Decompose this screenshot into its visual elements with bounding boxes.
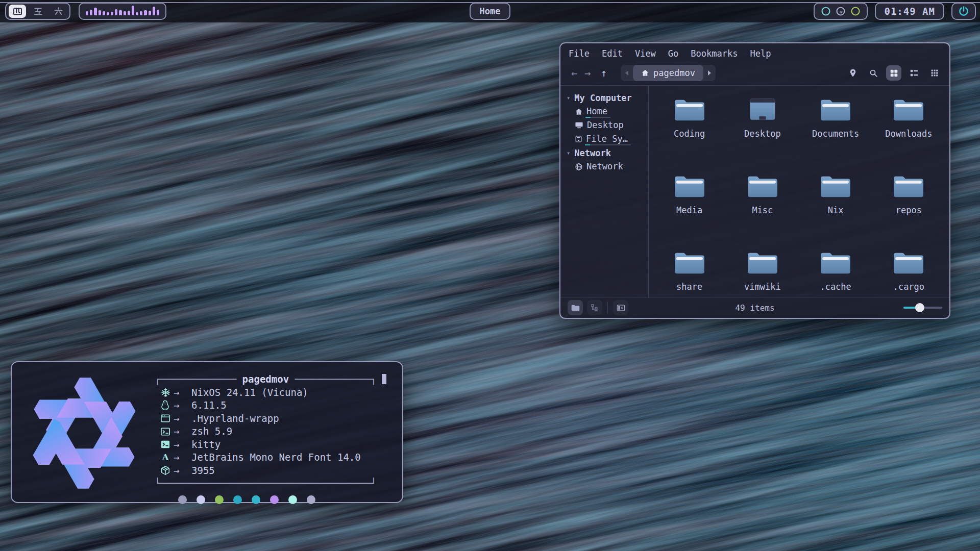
fetch-value: zsh 5.9: [191, 425, 232, 438]
zoom-slider-handle[interactable]: [915, 303, 924, 312]
sidebar-item-filesy[interactable]: File Sy…: [575, 132, 648, 146]
power-button[interactable]: [951, 3, 976, 20]
visualizer-bar: [99, 10, 101, 15]
file-name: repos: [896, 205, 922, 215]
file-item-desktop[interactable]: Desktop: [727, 94, 798, 170]
sidebar-item-home[interactable]: Home: [575, 105, 648, 118]
palette-dot: [252, 495, 260, 504]
palette-dot: [288, 495, 297, 504]
file-item-misc[interactable]: Misc: [727, 170, 798, 247]
visualizer-bar: [94, 8, 96, 15]
zoom-slider[interactable]: [903, 307, 942, 309]
file-item-nix[interactable]: Nix: [800, 170, 871, 247]
sidebar-section-network[interactable]: ▾Network: [567, 146, 648, 160]
icon-view-button[interactable]: [886, 65, 901, 81]
menu-file[interactable]: File: [569, 48, 590, 59]
terminal-icon: [155, 427, 174, 436]
terminal-window[interactable]: ┌───────────── pagedmov ─────────────┐ →…: [11, 361, 403, 503]
menu-bar: FileEditViewGoBookmarksHelp: [560, 43, 949, 61]
fetch-value: JetBrains Mono Nerd Font 14.0: [191, 451, 361, 464]
file-name: vimwiki: [744, 282, 781, 292]
palette-dot: [270, 495, 279, 504]
top-bar: Home 01:49 AM: [0, 0, 980, 22]
forward-button[interactable]: →: [581, 67, 594, 79]
list-view-button[interactable]: [906, 65, 922, 81]
nix-snowflake-icon: [155, 387, 174, 398]
visualizer-bar: [132, 6, 134, 15]
folder-icon: [747, 170, 778, 199]
fetch-row: →NixOS 24.11 (Vicuna): [155, 386, 386, 399]
arrow-icon: →: [174, 399, 191, 412]
collapse-triangle-icon[interactable]: ▾: [567, 149, 570, 157]
palette-dot: [197, 495, 205, 504]
workspace-button-1[interactable]: [9, 5, 26, 18]
visualizer-bar: [157, 10, 159, 15]
tab-strip: pagedmov: [621, 65, 716, 81]
fetch-value: .Hyprland-wrapp: [191, 412, 279, 425]
fetch-box-bottom: └────────────────────────────────────┘: [155, 477, 386, 490]
folder-icon: [674, 170, 705, 199]
terminal-palette: [178, 495, 386, 504]
fetch-row: →.Hyprland-wrapp: [155, 412, 386, 425]
file-item-coding[interactable]: Coding: [654, 94, 725, 170]
menu-bookmarks[interactable]: Bookmarks: [691, 48, 738, 59]
font-icon: A: [155, 453, 174, 463]
tab-scroll-right-icon[interactable]: [703, 70, 716, 76]
menu-help[interactable]: Help: [750, 48, 771, 59]
menu-go[interactable]: Go: [668, 48, 678, 59]
tab-home[interactable]: pagedmov: [633, 65, 703, 81]
file-name: Misc: [752, 205, 773, 215]
menu-view[interactable]: View: [635, 48, 656, 59]
workspace-switcher: [5, 3, 70, 20]
visualizer-bar: [140, 11, 142, 15]
package-icon: [155, 465, 174, 475]
folder-icon: [674, 94, 705, 122]
arrow-icon: →: [174, 386, 191, 399]
menu-edit[interactable]: Edit: [602, 48, 623, 59]
home-icon: [641, 69, 649, 77]
home-icon: [575, 108, 583, 116]
status-indicators[interactable]: [814, 3, 868, 20]
search-icon[interactable]: [866, 65, 881, 81]
fetch-value: 3955: [191, 464, 215, 478]
back-button[interactable]: ←: [568, 67, 581, 79]
file-name: Desktop: [744, 129, 781, 139]
visualizer-bar: [128, 11, 130, 15]
drive-icon: [575, 135, 582, 143]
fetch-row: →6.11.5: [155, 399, 386, 412]
visualizer-bar: [136, 12, 138, 15]
file-item-media[interactable]: Media: [654, 170, 725, 247]
file-manager-window: FileEditViewGoBookmarksHelp ← → ↑ pagedm…: [559, 42, 950, 319]
terminal-filled-icon: [155, 440, 174, 449]
sidebar-section-my-computer[interactable]: ▾My Computer: [567, 91, 648, 105]
fetch-value: 6.11.5: [191, 399, 227, 412]
up-button[interactable]: ↑: [597, 67, 610, 79]
visualizer-bar: [153, 7, 155, 15]
location-pin-icon[interactable]: [845, 65, 861, 81]
power-icon: [958, 5, 970, 17]
toolbar: ← → ↑ pagedmov: [560, 61, 949, 85]
window-icon: [155, 414, 174, 423]
palette-dot: [178, 495, 187, 504]
clock[interactable]: 01:49 AM: [875, 3, 944, 20]
collapse-triangle-icon[interactable]: ▾: [567, 94, 570, 102]
arrow-icon: →: [174, 451, 191, 464]
sidebar-item-desktop[interactable]: Desktop: [575, 118, 648, 132]
visualizer-bar: [124, 11, 126, 15]
arrow-icon: →: [174, 425, 191, 438]
file-item-repos[interactable]: repos: [873, 170, 944, 247]
workspace-button-2[interactable]: [29, 5, 46, 18]
compact-view-button[interactable]: [927, 65, 942, 81]
workspace-button-3[interactable]: [50, 5, 67, 18]
tab-scroll-left-icon[interactable]: [621, 70, 633, 76]
sidebar-item-network[interactable]: Network: [575, 160, 648, 173]
arrow-icon: →: [174, 464, 191, 478]
file-item-documents[interactable]: Documents: [800, 94, 871, 170]
arrow-icon: →: [174, 412, 191, 425]
fetch-hostname: pagedmov: [236, 373, 295, 385]
item-count: 49 items: [560, 303, 949, 313]
terminal-cursor: [382, 374, 386, 384]
file-item-downloads[interactable]: Downloads: [873, 94, 944, 170]
visualizer-bar: [115, 9, 117, 15]
audio-visualizer: [79, 3, 166, 20]
